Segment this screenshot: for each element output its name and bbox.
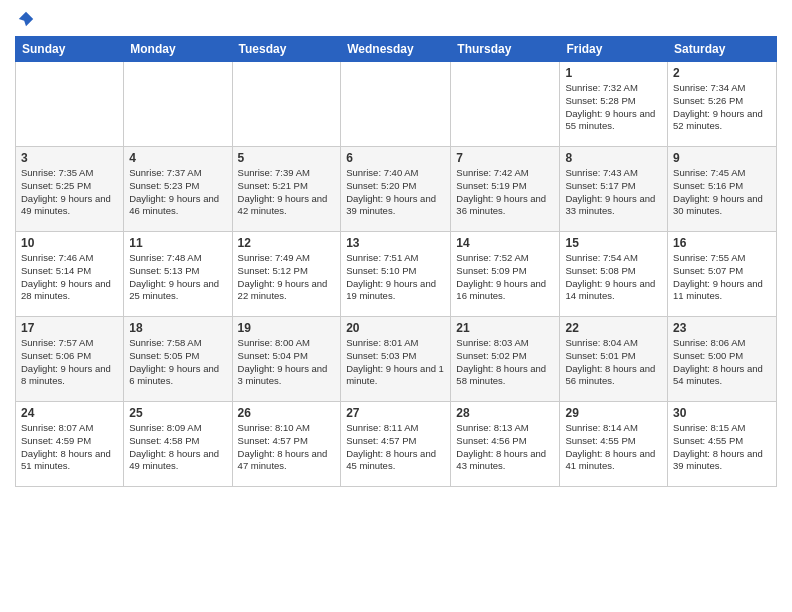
day-number: 2 xyxy=(673,66,771,80)
day-number: 28 xyxy=(456,406,554,420)
day-number: 6 xyxy=(346,151,445,165)
day-number: 29 xyxy=(565,406,662,420)
day-number: 22 xyxy=(565,321,662,335)
day-number: 19 xyxy=(238,321,336,335)
day-number: 3 xyxy=(21,151,118,165)
logo xyxy=(15,10,35,28)
calendar-cell: 12Sunrise: 7:49 AM Sunset: 5:12 PM Dayli… xyxy=(232,232,341,317)
cell-info: Sunrise: 7:34 AM Sunset: 5:26 PM Dayligh… xyxy=(673,82,771,133)
cell-info: Sunrise: 8:00 AM Sunset: 5:04 PM Dayligh… xyxy=(238,337,336,388)
day-number: 13 xyxy=(346,236,445,250)
calendar-cell: 25Sunrise: 8:09 AM Sunset: 4:58 PM Dayli… xyxy=(124,402,232,487)
cell-info: Sunrise: 7:52 AM Sunset: 5:09 PM Dayligh… xyxy=(456,252,554,303)
day-number: 20 xyxy=(346,321,445,335)
cell-info: Sunrise: 7:57 AM Sunset: 5:06 PM Dayligh… xyxy=(21,337,118,388)
logo-text xyxy=(15,10,35,28)
day-number: 17 xyxy=(21,321,118,335)
calendar-cell: 11Sunrise: 7:48 AM Sunset: 5:13 PM Dayli… xyxy=(124,232,232,317)
calendar-cell: 16Sunrise: 7:55 AM Sunset: 5:07 PM Dayli… xyxy=(668,232,777,317)
day-number: 5 xyxy=(238,151,336,165)
day-number: 8 xyxy=(565,151,662,165)
calendar-cell: 29Sunrise: 8:14 AM Sunset: 4:55 PM Dayli… xyxy=(560,402,668,487)
day-number: 26 xyxy=(238,406,336,420)
cell-info: Sunrise: 8:01 AM Sunset: 5:03 PM Dayligh… xyxy=(346,337,445,388)
calendar-cell: 22Sunrise: 8:04 AM Sunset: 5:01 PM Dayli… xyxy=(560,317,668,402)
cell-info: Sunrise: 7:42 AM Sunset: 5:19 PM Dayligh… xyxy=(456,167,554,218)
calendar-cell: 23Sunrise: 8:06 AM Sunset: 5:00 PM Dayli… xyxy=(668,317,777,402)
calendar-cell xyxy=(451,62,560,147)
day-number: 10 xyxy=(21,236,118,250)
calendar-cell xyxy=(124,62,232,147)
week-row-5: 24Sunrise: 8:07 AM Sunset: 4:59 PM Dayli… xyxy=(16,402,777,487)
cell-info: Sunrise: 7:54 AM Sunset: 5:08 PM Dayligh… xyxy=(565,252,662,303)
day-number: 12 xyxy=(238,236,336,250)
cell-info: Sunrise: 8:15 AM Sunset: 4:55 PM Dayligh… xyxy=(673,422,771,473)
day-number: 4 xyxy=(129,151,226,165)
day-number: 24 xyxy=(21,406,118,420)
cell-info: Sunrise: 8:14 AM Sunset: 4:55 PM Dayligh… xyxy=(565,422,662,473)
logo-icon xyxy=(17,10,35,28)
calendar-cell: 13Sunrise: 7:51 AM Sunset: 5:10 PM Dayli… xyxy=(341,232,451,317)
cell-info: Sunrise: 8:09 AM Sunset: 4:58 PM Dayligh… xyxy=(129,422,226,473)
cell-info: Sunrise: 8:07 AM Sunset: 4:59 PM Dayligh… xyxy=(21,422,118,473)
cell-info: Sunrise: 8:13 AM Sunset: 4:56 PM Dayligh… xyxy=(456,422,554,473)
day-number: 30 xyxy=(673,406,771,420)
calendar-cell: 28Sunrise: 8:13 AM Sunset: 4:56 PM Dayli… xyxy=(451,402,560,487)
calendar-cell: 3Sunrise: 7:35 AM Sunset: 5:25 PM Daylig… xyxy=(16,147,124,232)
cell-info: Sunrise: 7:49 AM Sunset: 5:12 PM Dayligh… xyxy=(238,252,336,303)
calendar-cell: 2Sunrise: 7:34 AM Sunset: 5:26 PM Daylig… xyxy=(668,62,777,147)
calendar-header-row: SundayMondayTuesdayWednesdayThursdayFrid… xyxy=(16,37,777,62)
cell-info: Sunrise: 8:06 AM Sunset: 5:00 PM Dayligh… xyxy=(673,337,771,388)
calendar-cell: 20Sunrise: 8:01 AM Sunset: 5:03 PM Dayli… xyxy=(341,317,451,402)
day-number: 11 xyxy=(129,236,226,250)
calendar-cell: 8Sunrise: 7:43 AM Sunset: 5:17 PM Daylig… xyxy=(560,147,668,232)
week-row-3: 10Sunrise: 7:46 AM Sunset: 5:14 PM Dayli… xyxy=(16,232,777,317)
calendar: SundayMondayTuesdayWednesdayThursdayFrid… xyxy=(15,36,777,487)
calendar-cell: 18Sunrise: 7:58 AM Sunset: 5:05 PM Dayli… xyxy=(124,317,232,402)
day-number: 21 xyxy=(456,321,554,335)
col-header-tuesday: Tuesday xyxy=(232,37,341,62)
week-row-2: 3Sunrise: 7:35 AM Sunset: 5:25 PM Daylig… xyxy=(16,147,777,232)
cell-info: Sunrise: 7:35 AM Sunset: 5:25 PM Dayligh… xyxy=(21,167,118,218)
day-number: 9 xyxy=(673,151,771,165)
calendar-cell: 6Sunrise: 7:40 AM Sunset: 5:20 PM Daylig… xyxy=(341,147,451,232)
calendar-cell: 9Sunrise: 7:45 AM Sunset: 5:16 PM Daylig… xyxy=(668,147,777,232)
cell-info: Sunrise: 7:46 AM Sunset: 5:14 PM Dayligh… xyxy=(21,252,118,303)
col-header-thursday: Thursday xyxy=(451,37,560,62)
page-container: SundayMondayTuesdayWednesdayThursdayFrid… xyxy=(0,0,792,497)
calendar-cell xyxy=(16,62,124,147)
svg-marker-0 xyxy=(19,12,33,26)
calendar-cell: 21Sunrise: 8:03 AM Sunset: 5:02 PM Dayli… xyxy=(451,317,560,402)
col-header-saturday: Saturday xyxy=(668,37,777,62)
col-header-wednesday: Wednesday xyxy=(341,37,451,62)
cell-info: Sunrise: 7:45 AM Sunset: 5:16 PM Dayligh… xyxy=(673,167,771,218)
day-number: 23 xyxy=(673,321,771,335)
calendar-cell: 1Sunrise: 7:32 AM Sunset: 5:28 PM Daylig… xyxy=(560,62,668,147)
week-row-4: 17Sunrise: 7:57 AM Sunset: 5:06 PM Dayli… xyxy=(16,317,777,402)
calendar-cell: 5Sunrise: 7:39 AM Sunset: 5:21 PM Daylig… xyxy=(232,147,341,232)
calendar-cell xyxy=(341,62,451,147)
day-number: 27 xyxy=(346,406,445,420)
day-number: 18 xyxy=(129,321,226,335)
calendar-cell: 26Sunrise: 8:10 AM Sunset: 4:57 PM Dayli… xyxy=(232,402,341,487)
calendar-cell: 15Sunrise: 7:54 AM Sunset: 5:08 PM Dayli… xyxy=(560,232,668,317)
cell-info: Sunrise: 7:32 AM Sunset: 5:28 PM Dayligh… xyxy=(565,82,662,133)
header xyxy=(15,10,777,28)
cell-info: Sunrise: 7:43 AM Sunset: 5:17 PM Dayligh… xyxy=(565,167,662,218)
calendar-cell: 24Sunrise: 8:07 AM Sunset: 4:59 PM Dayli… xyxy=(16,402,124,487)
col-header-monday: Monday xyxy=(124,37,232,62)
calendar-cell: 14Sunrise: 7:52 AM Sunset: 5:09 PM Dayli… xyxy=(451,232,560,317)
calendar-cell: 10Sunrise: 7:46 AM Sunset: 5:14 PM Dayli… xyxy=(16,232,124,317)
day-number: 15 xyxy=(565,236,662,250)
col-header-friday: Friday xyxy=(560,37,668,62)
week-row-1: 1Sunrise: 7:32 AM Sunset: 5:28 PM Daylig… xyxy=(16,62,777,147)
calendar-cell xyxy=(232,62,341,147)
calendar-cell: 7Sunrise: 7:42 AM Sunset: 5:19 PM Daylig… xyxy=(451,147,560,232)
col-header-sunday: Sunday xyxy=(16,37,124,62)
day-number: 7 xyxy=(456,151,554,165)
cell-info: Sunrise: 7:58 AM Sunset: 5:05 PM Dayligh… xyxy=(129,337,226,388)
day-number: 16 xyxy=(673,236,771,250)
day-number: 14 xyxy=(456,236,554,250)
cell-info: Sunrise: 7:48 AM Sunset: 5:13 PM Dayligh… xyxy=(129,252,226,303)
cell-info: Sunrise: 8:10 AM Sunset: 4:57 PM Dayligh… xyxy=(238,422,336,473)
